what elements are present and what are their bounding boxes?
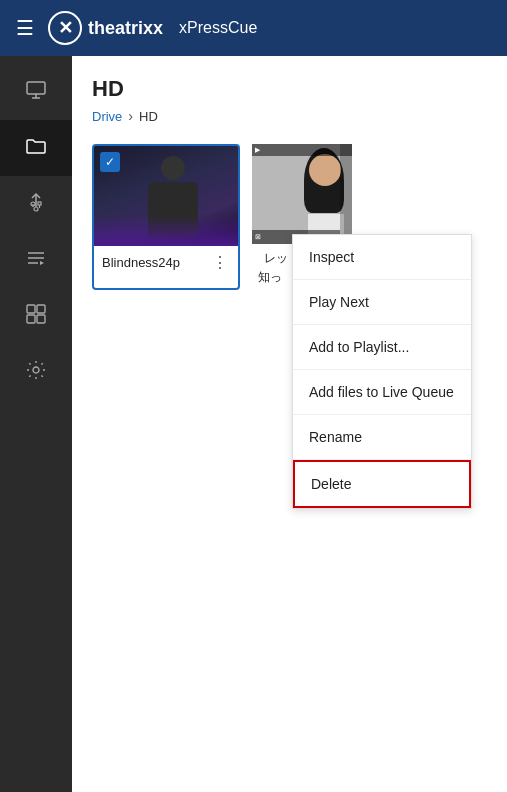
sidebar-item-monitor[interactable] — [0, 64, 72, 120]
breadcrumb-separator: › — [128, 108, 133, 124]
file-card-footer-blindness: Blindness24p ⋮ — [94, 246, 238, 278]
context-menu-item-add-live-queue[interactable]: Add files to Live Queue — [293, 370, 471, 415]
svg-rect-15 — [27, 315, 35, 323]
face-silhouette — [309, 154, 341, 186]
svg-rect-13 — [27, 305, 35, 313]
file-name-blindness: Blindness24p — [102, 255, 210, 270]
grid-icon — [25, 303, 47, 330]
context-menu: Inspect Play Next Add to Playlist... Add… — [292, 234, 472, 509]
thumb-status-bar: ▶ — [252, 144, 352, 156]
context-menu-item-play-next[interactable]: Play Next — [293, 280, 471, 325]
svg-point-17 — [33, 367, 39, 373]
context-menu-item-rename[interactable]: Rename — [293, 415, 471, 460]
usb-icon — [25, 191, 47, 218]
context-menu-item-inspect[interactable]: Inspect — [293, 235, 471, 280]
folder-icon — [25, 135, 47, 162]
logo-circle: ✕ — [48, 11, 82, 45]
context-menu-item-delete[interactable]: Delete — [293, 460, 471, 508]
sidebar-item-files[interactable] — [0, 120, 72, 176]
sidebar-item-playlist[interactable] — [0, 232, 72, 288]
svg-rect-14 — [37, 305, 45, 313]
sidebar-item-settings[interactable] — [0, 344, 72, 400]
selection-checkmark: ✓ — [100, 152, 120, 172]
breadcrumb: Drive › HD — [92, 108, 487, 124]
sidebar — [0, 56, 72, 792]
playlist-icon — [25, 247, 47, 274]
header: ☰ ✕ theatrixx xPressCue — [0, 0, 507, 56]
context-menu-item-add-playlist[interactable]: Add to Playlist... — [293, 325, 471, 370]
file-thumbnail-blindness: ✓ — [94, 146, 238, 246]
file-context-menu-button[interactable]: ⋮ — [210, 252, 230, 272]
thumb-gradient — [94, 216, 238, 246]
breadcrumb-current: HD — [139, 109, 158, 124]
svg-rect-16 — [37, 315, 45, 323]
svg-rect-0 — [27, 82, 45, 94]
hamburger-menu-icon[interactable]: ☰ — [16, 16, 34, 40]
sidebar-item-usb[interactable] — [0, 176, 72, 232]
sidebar-item-grid[interactable] — [0, 288, 72, 344]
logo-text: theatrixx — [88, 18, 163, 39]
monitor-icon — [25, 79, 47, 106]
logo: ✕ theatrixx — [48, 11, 163, 45]
settings-icon — [25, 359, 47, 386]
content-area: HD Drive › HD ✓ — [72, 56, 507, 792]
svg-point-8 — [34, 207, 38, 211]
logo-x-icon: ✕ — [58, 17, 73, 39]
svg-marker-12 — [40, 261, 44, 265]
main-layout: HD Drive › HD ✓ — [0, 56, 507, 792]
file-thumbnail-japanese: ▶ ⊠ — [252, 144, 352, 244]
page-title: HD — [92, 76, 487, 102]
thumb-side-bar — [340, 144, 352, 244]
svg-rect-5 — [38, 202, 41, 205]
file-card-blindness[interactable]: ✓ Blindness24p ⋮ — [92, 144, 240, 290]
app-name: xPressCue — [179, 19, 257, 37]
breadcrumb-drive[interactable]: Drive — [92, 109, 122, 124]
